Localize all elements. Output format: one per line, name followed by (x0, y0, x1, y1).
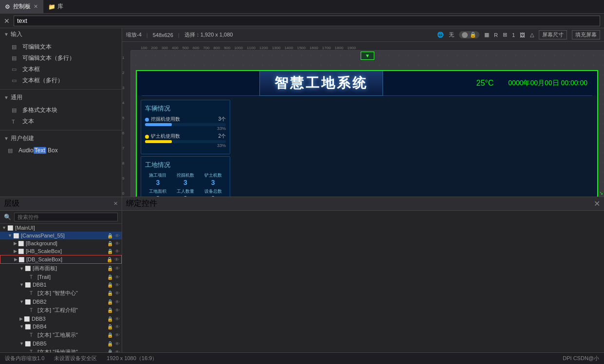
grid-icon: ⊞ (503, 32, 507, 38)
fill-screen-button[interactable]: 填充屏幕 (572, 30, 600, 39)
temperature-display: 25°C (476, 79, 494, 88)
layer-text-project-intro[interactable]: ▶ T [文本] "工程介绍" 🔒 👁 (0, 306, 122, 315)
search-input[interactable] (14, 16, 600, 26)
layer-trail[interactable]: ▶ T [Trail] 🔒 👁 (0, 273, 122, 281)
layer-background[interactable]: ▶ ⬜ [Background] 🔒 👁 (0, 239, 122, 247)
layer-search-input[interactable] (14, 213, 118, 221)
stat-excavators: 挖掘机数 3 (173, 172, 199, 186)
eye-icon-7[interactable]: 👁 (115, 282, 120, 288)
toggle-left (462, 32, 468, 38)
status-bar: 设备内容缩放1.0 未设置设备安全区 1920 x 1080（16:9） DPI… (0, 352, 604, 364)
bind-title: 绑定控件 (126, 199, 157, 209)
general-section-items: ▤ 多格式文本块 T 文本 (0, 104, 122, 128)
canvas-resize-handle[interactable]: ↘ (599, 190, 603, 196)
item-rich-text[interactable]: ▤ 多格式文本块 (0, 105, 122, 116)
tab-control[interactable]: ⚙ 控制板 ✕ (0, 0, 43, 14)
globe-icon: 🌐 (437, 32, 444, 38)
bind-close-button[interactable]: ✕ (594, 199, 600, 208)
rich-text-icon: ▤ (12, 107, 19, 113)
ruler-vertical: 1 2 3 4 5 6 7 8 9 0 1 (122, 51, 131, 197)
arrow-down-icon-4: ▼ (2, 225, 6, 230)
textbox-icon: ▭ (12, 66, 19, 73)
layer-mainui[interactable]: ▼ ⬜ [MainUI] (0, 224, 122, 232)
divider-2 (0, 130, 122, 130)
image-icon: 🖼 (520, 32, 525, 38)
search-icon: 🔍 (4, 214, 11, 220)
stat-loaders: 铲土机数 3 (200, 172, 226, 186)
eye-icon-13[interactable]: 👁 (115, 332, 120, 338)
ruler-horizontal: 100 200 300 400 500 600 700 800 900 1000… (131, 42, 604, 51)
stat-area: 工地面积 3 (145, 188, 171, 197)
eye-icon-10[interactable]: 👁 (115, 308, 120, 313)
layer-dbb4[interactable]: ▼ ⬜ DBB4 🔒 👁 (0, 323, 122, 330)
item-textbox[interactable]: ▭ 文本框 (0, 64, 122, 75)
canvas-top-indicator: ▼ (361, 52, 374, 60)
eye-icon-14[interactable]: 👁 (115, 341, 120, 346)
search-close-button[interactable]: ✕ (4, 17, 10, 25)
lock-icon-2: 🔒 (107, 233, 113, 238)
canvas-title: 智慧工地系统 (259, 71, 383, 96)
eye-icon-5[interactable]: 👁 (115, 266, 120, 271)
eye-icon-9[interactable]: 👁 (115, 299, 120, 305)
section-user-created-header[interactable]: ▼ 用户创建 (0, 132, 122, 145)
layer-db-scalebox[interactable]: ▶ ⬜ [DB_ScaleBox] 🔒 👁 (0, 255, 122, 264)
zoom-level: 缩放-4 (126, 31, 142, 38)
eye-icon-6[interactable]: 👁 (115, 274, 120, 280)
eye-icon-3[interactable]: 👁 (115, 249, 120, 254)
status-resolution: 1920 x 1080（16:9） (107, 355, 157, 362)
status-zoom: 设备内容缩放1.0 (5, 355, 44, 362)
lock-icon-3: 🔒 (107, 241, 113, 246)
item-editable-text[interactable]: ▤ 可编辑文本 (0, 41, 122, 53)
item-audio-textbox[interactable]: ▤ AudioText Box (0, 146, 122, 155)
stat-workers: 工人数量 3 (173, 188, 199, 197)
tab-close-button[interactable]: ✕ (34, 3, 38, 10)
lock-icon-4: 🔒 (107, 249, 113, 254)
canvas-header-right: 25°C 0000年00月00日 00:00:00 (476, 79, 587, 88)
eye-icon-2[interactable]: 👁 (115, 241, 120, 246)
bind-panel-header: 绑定控件 ✕ (122, 197, 604, 211)
layers-close-button[interactable]: ✕ (113, 200, 118, 207)
triangle-icon: △ (530, 32, 534, 38)
section-input-header[interactable]: ▼ 输入 (0, 28, 122, 40)
canvas-header: 智慧工地系统 25°C 0000年00月00日 00:00:00 (137, 71, 597, 95)
tab-lib[interactable]: 📁 库 (43, 0, 68, 14)
eye-icon-4[interactable]: 👁 (114, 257, 119, 262)
layer-dbb2[interactable]: ▼ ⬜ DBB2 🔒 👁 (0, 298, 122, 306)
left-panel: ▼ 输入 ▤ 可编辑文本 ▤ 可编辑文本（多行） ▭ 文本框 ▭ 文本框（多行） (0, 28, 122, 197)
eye-icon-12[interactable]: 👁 (115, 324, 120, 329)
bottom-panels: 层级 ✕ 🔍 ▼ ⬜ [MainUI] ▼ ⬜ [CanvasPanel_55] (0, 197, 604, 352)
lock-icon-6: 🔒 (107, 266, 113, 271)
layer-dbb5[interactable]: ▼ ⬜ DBB5 🔒 👁 (0, 340, 122, 347)
eye-icon-8[interactable]: 👁 (115, 291, 120, 296)
screen-size-dropdown[interactable]: 屏幕尺寸 (539, 30, 567, 39)
layer-text-site-display[interactable]: ▶ T [文本] "工地展示" 🔒 👁 (0, 330, 122, 340)
item-text[interactable]: T 文本 (0, 116, 122, 127)
bind-panel: 绑定控件 ✕ (122, 197, 604, 352)
layer-canvaspanel[interactable]: ▼ ⬜ [CanvasPanel_55] 🔒 👁 (0, 232, 122, 239)
layer-hb-scalebox[interactable]: ▶ ⬜ [HB_ScaleBox] 🔒 👁 (0, 247, 122, 255)
ruler-corner (122, 42, 131, 51)
item-textbox-multiline[interactable]: ▭ 文本框（多行） (0, 75, 122, 86)
eye-icon[interactable]: 👁 (115, 233, 120, 238)
section-general-header[interactable]: ▼ 通用 (0, 91, 122, 104)
eye-icon-11[interactable]: 👁 (115, 316, 120, 322)
layers-title: 层级 (4, 199, 19, 209)
audio-textbox-icon: ▤ (8, 147, 16, 154)
tab-bar: ⚙ 控制板 ✕ 📁 库 (0, 0, 604, 14)
canvas-viewport[interactable]: ▼ 智慧工地系统 25°C 0000年00月00日 00:00:00 (131, 51, 604, 197)
canvas-row: 1 2 3 4 5 6 7 8 9 0 1 (122, 51, 604, 197)
layer-canvas-panel[interactable]: ▼ ⬜ [画布面板] 🔒 👁 (0, 264, 122, 273)
lock-icon-15: 🔒 (107, 341, 113, 346)
lang-label: 无 (449, 31, 454, 38)
layer-dbb1[interactable]: ▼ ⬜ DBB1 🔒 👁 (0, 281, 122, 289)
lock-icon-13: 🔒 (107, 324, 113, 329)
layer-text-site-tour[interactable]: ▶ T [文本] "场地漫游" 🔒 👁 (0, 347, 122, 352)
ruler-row: 100 200 300 400 500 600 700 800 900 1000… (122, 42, 604, 51)
layer-dbb3[interactable]: ▶ ⬜ DBB3 🔒 👁 (0, 315, 122, 323)
site-stats-grid: 施工项目 3 挖掘机数 3 铲土机数 (145, 172, 226, 197)
lock-icon-7: 🔒 (107, 274, 113, 280)
layer-text-smart-center[interactable]: ▶ T [文本] "智慧中心" 🔒 👁 (0, 289, 122, 298)
dot-blue (145, 118, 149, 122)
item-editable-text-multiline[interactable]: ▤ 可编辑文本（多行） (0, 53, 122, 64)
vehicle-section: 车辆情况 挖掘机使用数 3个 (141, 100, 230, 154)
